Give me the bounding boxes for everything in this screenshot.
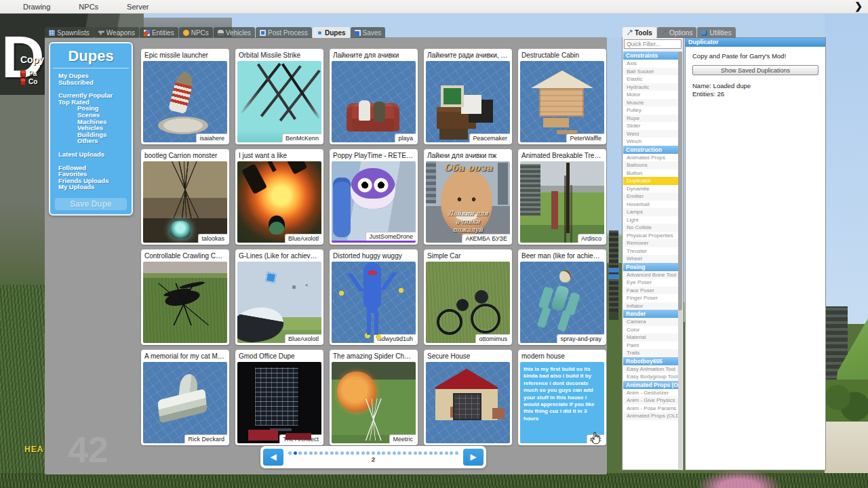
page-dot-5[interactable] — [309, 451, 313, 455]
tool-item-camera[interactable]: Camera — [623, 318, 679, 326]
menu-expand-chevron-icon[interactable]: ❯ — [854, 1, 863, 12]
tool-category-robotboy655[interactable]: Robotboy655 — [623, 357, 679, 365]
page-dot-17[interactable] — [372, 451, 375, 455]
tab-saves[interactable]: Saves — [351, 27, 386, 38]
tool-item-pulley[interactable]: Pulley — [623, 106, 679, 115]
page-dot-18[interactable] — [377, 451, 380, 455]
tool-item-hoverball[interactable]: Hoverball — [623, 201, 679, 209]
tab-weapons[interactable]: Weapons — [94, 27, 139, 38]
page-dot-30[interactable] — [439, 451, 443, 455]
tool-item-slider[interactable]: Slider — [623, 122, 679, 130]
page-dot-11[interactable] — [340, 451, 344, 455]
tool-category-animated-props-ol[interactable]: Animated Props (OL… — [623, 381, 679, 389]
page-dot-25[interactable] — [414, 451, 417, 455]
page-dot-16[interactable] — [366, 451, 370, 455]
save-dupe-button[interactable]: Save Dupe — [55, 198, 127, 210]
tab-entities[interactable]: Entities — [140, 27, 178, 38]
scrollbar-thumb[interactable] — [678, 52, 682, 310]
sidebar-item-others[interactable]: Others — [50, 138, 132, 144]
dupe-card-simple-car[interactable]: Simple Carottomimus — [424, 249, 512, 345]
tab-tools[interactable]: Tools — [623, 27, 656, 38]
page-dot-12[interactable] — [346, 451, 349, 455]
tool-item-thruster[interactable]: Thruster — [623, 247, 679, 256]
show-saved-duplications-button[interactable]: Show Saved Duplications — [692, 65, 818, 75]
next-page-button[interactable]: ▶ — [463, 449, 484, 466]
tool-item-physical-properties[interactable]: Physical Properties — [623, 232, 679, 240]
page-dot-21[interactable] — [393, 451, 396, 455]
page-dot-20[interactable] — [387, 451, 391, 455]
dupe-card-the-amazing-spider-chair-v2[interactable]: The amazing Spider Chair V2!Meetric — [330, 350, 418, 445]
dupe-card-poppy-playtime-retextu[interactable]: Poppy PlayTime - RETEXTU…JustSomeDrone — [330, 149, 418, 245]
tool-item-duplicator[interactable]: Duplicator — [623, 177, 679, 185]
page-dot-22[interactable] — [397, 451, 401, 455]
page-dot-24[interactable] — [408, 451, 412, 455]
tool-item-advanced-bone-tool[interactable]: Advanced Bone Tool — [623, 271, 679, 279]
tool-item-finger-poser[interactable]: Finger Poser — [623, 294, 679, 302]
tool-item-motor[interactable]: Motor — [623, 91, 679, 99]
tool-item-inflator[interactable]: Inflator — [623, 302, 679, 310]
tab-post-process[interactable]: Post Process — [256, 27, 312, 38]
page-dot-2[interactable] — [294, 451, 297, 455]
tool-item-lamps[interactable]: Lamps — [623, 208, 679, 216]
tool-item-muscle[interactable]: Muscle — [623, 99, 679, 107]
tool-item-balloons[interactable]: Balloons — [623, 161, 679, 169]
tool-item-animated-props-old[interactable]: Animated Props (OLD) — [623, 412, 679, 420]
tool-category-construction[interactable]: Construction — [623, 146, 679, 154]
menu-item-server[interactable]: Server — [127, 3, 149, 11]
tab-options[interactable]: Options — [657, 27, 696, 38]
tool-item-color[interactable]: Color — [623, 326, 679, 334]
dupe-card-лайкните-ради-ачивки-по[interactable]: Лайкните ради ачивки, по…Peacemaker — [424, 49, 512, 144]
page-dot-31[interactable] — [445, 451, 448, 455]
dupe-card-лайкни-для-ачивки-пж[interactable]: Лайкни для ачивки пжОба оозаЛайкни для а… — [424, 149, 512, 245]
tool-item-trails[interactable]: Trails — [623, 349, 679, 357]
page-dot-15[interactable] — [361, 451, 365, 455]
tool-item-material[interactable]: Material — [623, 333, 679, 342]
page-dot-8[interactable] — [325, 451, 328, 455]
tab-npcs[interactable]: NPCs — [179, 27, 213, 38]
tool-item-anim-give-physics[interactable]: Anim - Give Physics — [623, 396, 679, 405]
page-dot-19[interactable] — [382, 451, 385, 455]
page-dot-7[interactable] — [319, 451, 323, 455]
page-dot-13[interactable] — [351, 451, 354, 455]
tool-item-button[interactable]: Button — [623, 169, 679, 178]
page-dot-33[interactable] — [455, 451, 458, 455]
page-dot-10[interactable] — [335, 451, 338, 455]
tool-category-render[interactable]: Render — [623, 310, 679, 318]
page-dot-32[interactable] — [450, 451, 453, 455]
quick-filter-input[interactable] — [624, 39, 682, 49]
tool-category-constraints[interactable]: Constraints — [623, 52, 679, 60]
page-dot-6[interactable] — [314, 451, 317, 455]
tool-item-paint[interactable]: Paint — [623, 342, 679, 350]
tool-item-animated-props[interactable]: Animated Props — [623, 154, 679, 162]
page-dot-29[interactable] — [434, 451, 437, 455]
tool-item-elastic[interactable]: Elastic — [623, 75, 679, 83]
page-dot-4[interactable] — [304, 451, 307, 455]
dupe-card-bootleg-carrion-monster[interactable]: bootleg Carrion monstertalookas — [141, 149, 229, 245]
tool-item-wheel[interactable]: Wheel — [623, 255, 679, 263]
tool-item-easy-animation-tool[interactable]: Easy Animation Tool — [623, 365, 679, 373]
tool-item-dynamite[interactable]: Dynamite — [623, 185, 679, 193]
tool-item-emitter[interactable]: Emitter — [623, 192, 679, 201]
dupe-card-secure-house[interactable]: Secure House — [424, 350, 512, 445]
tool-item-ball-socket[interactable]: Ball Socket — [623, 68, 679, 76]
dupe-card-animated-breakable-tree-d[interactable]: Animated Breakable Tree (D…Ardisco — [518, 149, 606, 245]
dupe-card-i-just-want-a-like[interactable]: I just want a likeBlueAxolotl — [235, 149, 323, 245]
tool-category-posing[interactable]: Posing — [623, 263, 679, 271]
tool-item-anim-pose-params[interactable]: Anim - Pose Params — [623, 405, 679, 413]
tool-item-winch[interactable]: Winch — [623, 138, 679, 146]
tool-item-anim-gesturizer[interactable]: Anim - Gesturizer — [623, 389, 679, 397]
tool-list-scrollbar[interactable] — [678, 52, 682, 469]
dupe-card-epic-missile-launcher[interactable]: Epic missile launcherisaiahere — [141, 49, 229, 144]
tab-dupes[interactable]: Dupes — [313, 27, 350, 38]
tool-item-no-collide[interactable]: No Collide — [623, 224, 679, 232]
page-dot-14[interactable] — [356, 451, 359, 455]
tool-item-face-poser[interactable]: Face Poser — [623, 287, 679, 295]
dupe-card-distorted-huggy-wuggy[interactable]: Distorted huggy wuggyfsdwyu9d1uh — [330, 249, 418, 345]
dupe-card-destructable-cabin[interactable]: Destructable CabinPeterWaffle — [518, 49, 606, 144]
tool-item-rope[interactable]: Rope — [623, 115, 679, 123]
tool-item-remover[interactable]: Remover — [623, 239, 679, 247]
dupe-card-gmod-office-dupe[interactable]: Gmod Office DupeThe Architect — [235, 350, 323, 445]
prev-page-button[interactable]: ◀ — [263, 449, 283, 466]
page-dot-3[interactable] — [298, 451, 302, 455]
tab-spawnlists[interactable]: Spawnlists — [45, 27, 94, 38]
